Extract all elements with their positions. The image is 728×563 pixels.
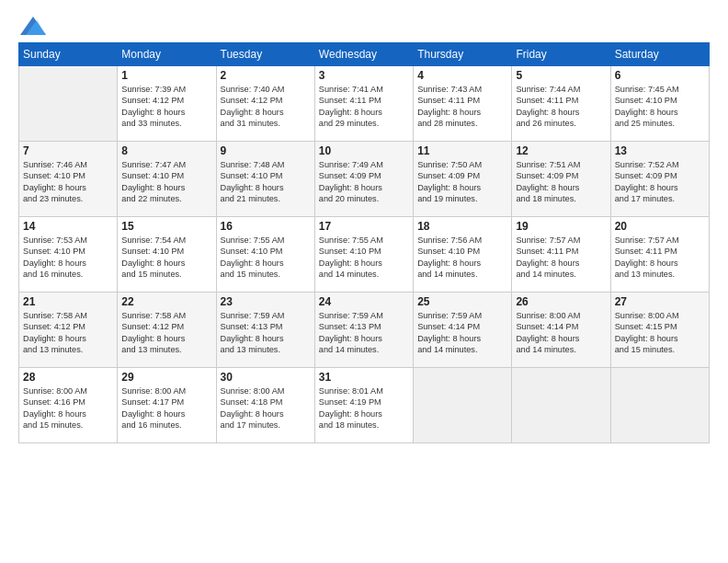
day-number: 18 <box>417 220 507 233</box>
day-info: Sunrise: 7:58 AMSunset: 4:12 PMDaylight:… <box>121 310 211 356</box>
day-number: 22 <box>121 295 211 308</box>
day-number: 8 <box>121 144 211 157</box>
day-number: 19 <box>516 220 606 233</box>
day-info: Sunrise: 7:50 AMSunset: 4:09 PMDaylight:… <box>417 159 507 205</box>
day-cell: 20Sunrise: 7:57 AMSunset: 4:11 PMDayligh… <box>610 217 709 293</box>
day-cell: 29Sunrise: 8:00 AMSunset: 4:17 PMDayligh… <box>118 368 216 443</box>
weekday-header-row: SundayMondayTuesdayWednesdayThursdayFrid… <box>19 43 710 66</box>
header <box>18 17 710 31</box>
day-cell: 22Sunrise: 7:58 AMSunset: 4:12 PMDayligh… <box>118 293 216 368</box>
day-info: Sunrise: 8:00 AMSunset: 4:14 PMDaylight:… <box>516 310 606 356</box>
day-number: 11 <box>417 144 507 157</box>
weekday-header-friday: Friday <box>512 43 610 66</box>
day-cell <box>512 368 610 443</box>
day-number: 1 <box>121 69 211 82</box>
day-number: 7 <box>23 144 113 157</box>
day-cell: 24Sunrise: 7:59 AMSunset: 4:13 PMDayligh… <box>314 293 413 368</box>
weekday-header-sunday: Sunday <box>19 43 118 66</box>
logo-icon <box>20 17 46 35</box>
day-info: Sunrise: 7:59 AMSunset: 4:13 PMDaylight:… <box>319 310 409 356</box>
day-number: 14 <box>23 220 113 233</box>
day-info: Sunrise: 7:44 AMSunset: 4:11 PMDaylight:… <box>516 84 606 130</box>
day-info: Sunrise: 8:01 AMSunset: 4:19 PMDaylight:… <box>319 385 409 431</box>
week-row-4: 21Sunrise: 7:58 AMSunset: 4:12 PMDayligh… <box>19 293 710 368</box>
day-cell: 4Sunrise: 7:43 AMSunset: 4:11 PMDaylight… <box>414 66 512 142</box>
day-number: 30 <box>221 371 311 384</box>
day-number: 20 <box>615 220 705 233</box>
day-info: Sunrise: 7:40 AMSunset: 4:12 PMDaylight:… <box>221 84 311 130</box>
weekday-header-monday: Monday <box>118 43 216 66</box>
day-cell: 6Sunrise: 7:45 AMSunset: 4:10 PMDaylight… <box>610 66 709 142</box>
day-info: Sunrise: 7:49 AMSunset: 4:09 PMDaylight:… <box>319 159 409 205</box>
day-info: Sunrise: 7:55 AMSunset: 4:10 PMDaylight:… <box>319 235 409 281</box>
week-row-1: 1Sunrise: 7:39 AMSunset: 4:12 PMDaylight… <box>19 66 710 142</box>
day-info: Sunrise: 7:55 AMSunset: 4:10 PMDaylight:… <box>221 235 311 281</box>
day-number: 27 <box>615 295 705 308</box>
day-info: Sunrise: 7:57 AMSunset: 4:11 PMDaylight:… <box>516 235 606 281</box>
day-info: Sunrise: 7:52 AMSunset: 4:09 PMDaylight:… <box>615 159 705 205</box>
calendar: SundayMondayTuesdayWednesdayThursdayFrid… <box>18 42 710 443</box>
day-cell: 31Sunrise: 8:01 AMSunset: 4:19 PMDayligh… <box>314 368 413 443</box>
day-info: Sunrise: 7:58 AMSunset: 4:12 PMDaylight:… <box>23 310 113 356</box>
week-row-2: 7Sunrise: 7:46 AMSunset: 4:10 PMDaylight… <box>19 142 710 217</box>
logo-text <box>18 17 46 35</box>
day-info: Sunrise: 7:56 AMSunset: 4:10 PMDaylight:… <box>417 235 507 281</box>
day-number: 16 <box>221 220 311 233</box>
weekday-header-thursday: Thursday <box>414 43 512 66</box>
day-number: 5 <box>516 69 606 82</box>
day-cell: 11Sunrise: 7:50 AMSunset: 4:09 PMDayligh… <box>414 142 512 217</box>
day-info: Sunrise: 7:53 AMSunset: 4:10 PMDaylight:… <box>23 235 113 281</box>
day-number: 29 <box>121 371 211 384</box>
day-number: 17 <box>319 220 409 233</box>
day-number: 15 <box>121 220 211 233</box>
day-number: 28 <box>23 371 113 384</box>
day-number: 21 <box>23 295 113 308</box>
day-number: 10 <box>319 144 409 157</box>
day-cell: 25Sunrise: 7:59 AMSunset: 4:14 PMDayligh… <box>414 293 512 368</box>
day-cell <box>19 66 118 142</box>
day-cell: 3Sunrise: 7:41 AMSunset: 4:11 PMDaylight… <box>314 66 413 142</box>
day-info: Sunrise: 7:46 AMSunset: 4:10 PMDaylight:… <box>23 159 113 205</box>
day-cell: 21Sunrise: 7:58 AMSunset: 4:12 PMDayligh… <box>19 293 118 368</box>
day-info: Sunrise: 7:47 AMSunset: 4:10 PMDaylight:… <box>121 159 211 205</box>
day-number: 23 <box>221 295 311 308</box>
day-number: 26 <box>516 295 606 308</box>
day-cell: 14Sunrise: 7:53 AMSunset: 4:10 PMDayligh… <box>19 217 118 293</box>
day-info: Sunrise: 7:43 AMSunset: 4:11 PMDaylight:… <box>417 84 507 130</box>
day-info: Sunrise: 8:00 AMSunset: 4:16 PMDaylight:… <box>23 385 113 431</box>
week-row-5: 28Sunrise: 8:00 AMSunset: 4:16 PMDayligh… <box>19 368 710 443</box>
day-cell: 28Sunrise: 8:00 AMSunset: 4:16 PMDayligh… <box>19 368 118 443</box>
day-info: Sunrise: 7:51 AMSunset: 4:09 PMDaylight:… <box>516 159 606 205</box>
day-number: 24 <box>319 295 409 308</box>
day-info: Sunrise: 8:00 AMSunset: 4:15 PMDaylight:… <box>615 310 705 356</box>
week-row-3: 14Sunrise: 7:53 AMSunset: 4:10 PMDayligh… <box>19 217 710 293</box>
day-cell: 16Sunrise: 7:55 AMSunset: 4:10 PMDayligh… <box>216 217 314 293</box>
day-cell: 26Sunrise: 8:00 AMSunset: 4:14 PMDayligh… <box>512 293 610 368</box>
day-cell: 13Sunrise: 7:52 AMSunset: 4:09 PMDayligh… <box>610 142 709 217</box>
day-cell: 18Sunrise: 7:56 AMSunset: 4:10 PMDayligh… <box>414 217 512 293</box>
day-cell: 27Sunrise: 8:00 AMSunset: 4:15 PMDayligh… <box>610 293 709 368</box>
day-number: 6 <box>615 69 705 82</box>
day-cell: 7Sunrise: 7:46 AMSunset: 4:10 PMDaylight… <box>19 142 118 217</box>
day-info: Sunrise: 7:45 AMSunset: 4:10 PMDaylight:… <box>615 84 705 130</box>
day-info: Sunrise: 7:54 AMSunset: 4:10 PMDaylight:… <box>121 235 211 281</box>
day-info: Sunrise: 7:41 AMSunset: 4:11 PMDaylight:… <box>319 84 409 130</box>
day-number: 31 <box>319 371 409 384</box>
weekday-header-saturday: Saturday <box>610 43 709 66</box>
weekday-header-tuesday: Tuesday <box>216 43 314 66</box>
day-cell: 30Sunrise: 8:00 AMSunset: 4:18 PMDayligh… <box>216 368 314 443</box>
day-number: 12 <box>516 144 606 157</box>
day-number: 2 <box>221 69 311 82</box>
day-info: Sunrise: 7:57 AMSunset: 4:11 PMDaylight:… <box>615 235 705 281</box>
day-info: Sunrise: 7:48 AMSunset: 4:10 PMDaylight:… <box>221 159 311 205</box>
day-cell: 15Sunrise: 7:54 AMSunset: 4:10 PMDayligh… <box>118 217 216 293</box>
day-cell: 19Sunrise: 7:57 AMSunset: 4:11 PMDayligh… <box>512 217 610 293</box>
day-cell: 10Sunrise: 7:49 AMSunset: 4:09 PMDayligh… <box>314 142 413 217</box>
weekday-header-wednesday: Wednesday <box>314 43 413 66</box>
day-cell: 9Sunrise: 7:48 AMSunset: 4:10 PMDaylight… <box>216 142 314 217</box>
day-cell: 1Sunrise: 7:39 AMSunset: 4:12 PMDaylight… <box>118 66 216 142</box>
day-cell: 8Sunrise: 7:47 AMSunset: 4:10 PMDaylight… <box>118 142 216 217</box>
logo <box>18 17 46 31</box>
day-info: Sunrise: 7:59 AMSunset: 4:13 PMDaylight:… <box>221 310 311 356</box>
day-cell: 17Sunrise: 7:55 AMSunset: 4:10 PMDayligh… <box>314 217 413 293</box>
